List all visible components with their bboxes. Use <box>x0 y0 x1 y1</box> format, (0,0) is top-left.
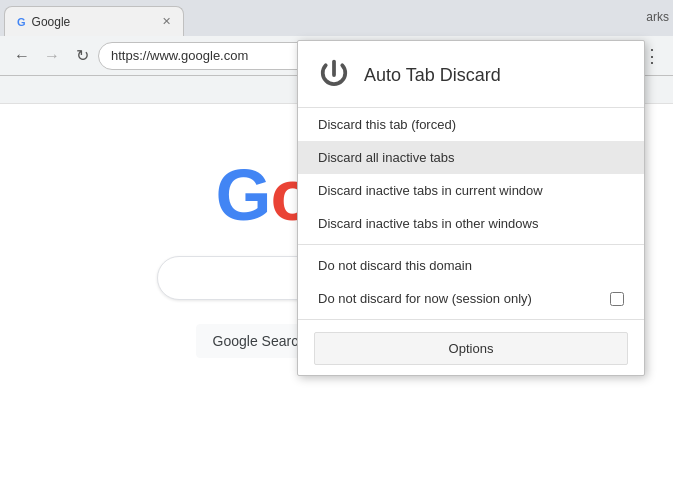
popup-header: Auto Tab Discard <box>298 41 644 108</box>
refresh-button[interactable]: ↻ <box>68 42 96 70</box>
tab-close-icon[interactable]: ✕ <box>162 15 171 28</box>
tab-title: Google <box>32 15 71 29</box>
auto-tab-discard-popup: Auto Tab Discard Discard this tab (force… <box>297 40 645 376</box>
popup-item-discard-other-windows[interactable]: Discard inactive tabs in other windows <box>298 207 644 240</box>
address-text: https://www.google.com <box>111 48 248 63</box>
browser-tab[interactable]: G Google ✕ <box>4 6 184 36</box>
bookmarks-partial-text: arks <box>642 8 673 26</box>
popup-menu: Discard this tab (forced) Discard all in… <box>298 108 644 375</box>
popup-item-discard-forced[interactable]: Discard this tab (forced) <box>298 108 644 141</box>
popup-item-no-discard-domain[interactable]: Do not discard this domain <box>298 249 644 282</box>
forward-button[interactable]: → <box>38 42 66 70</box>
popup-divider-2 <box>298 319 644 320</box>
tab-favicon: G <box>17 16 26 28</box>
popup-power-icon <box>314 55 354 95</box>
options-button[interactable]: Options <box>314 332 628 365</box>
popup-divider <box>298 244 644 245</box>
popup-title: Auto Tab Discard <box>364 65 501 86</box>
popup-item-no-discard-session[interactable]: Do not discard for now (session only) <box>298 282 644 315</box>
back-button[interactable]: ← <box>8 42 36 70</box>
session-only-checkbox[interactable] <box>610 292 624 306</box>
popup-item-discard-all[interactable]: Discard all inactive tabs <box>298 141 644 174</box>
popup-item-discard-current-window[interactable]: Discard inactive tabs in current window <box>298 174 644 207</box>
